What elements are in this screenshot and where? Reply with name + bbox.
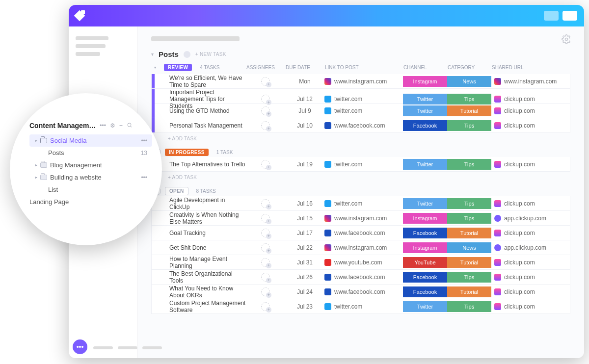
- due-date[interactable]: Jul 22: [285, 244, 324, 251]
- chat-icon[interactable]: •••: [73, 339, 87, 354]
- category-chip[interactable]: Tips: [447, 213, 491, 224]
- channel-chip[interactable]: Instagram: [403, 213, 447, 224]
- channel-chip[interactable]: Twitter: [403, 159, 447, 170]
- task-row[interactable]: Goal Tracking Jul 17 www.facebook.com Fa…: [151, 226, 570, 240]
- column-category[interactable]: CATEGORY: [448, 65, 492, 70]
- sidebar-item[interactable]: ▸ Social Media•••: [29, 134, 152, 147]
- task-title[interactable]: Personal Task Management: [164, 122, 246, 129]
- channel-chip[interactable]: Twitter: [403, 105, 447, 116]
- task-title[interactable]: Creativity is When Nothing Else Matters: [164, 211, 246, 225]
- shared-url[interactable]: clickup.com: [491, 200, 570, 207]
- more-icon[interactable]: •••: [141, 137, 147, 144]
- task-title[interactable]: How to Manage Event Planning: [164, 256, 246, 269]
- sidebar-item[interactable]: ▸ Blog Management: [29, 159, 152, 171]
- space-title[interactable]: Content Managem…: [29, 122, 96, 130]
- link-to-post[interactable]: www.facebook.com: [324, 274, 403, 281]
- sidebar-item[interactable]: ▸ Building a website•••: [29, 171, 152, 183]
- due-date[interactable]: Jul 9: [285, 107, 324, 114]
- link-to-post[interactable]: www.instagram.com: [324, 215, 403, 222]
- add-task-button[interactable]: + ADD TASK: [151, 133, 570, 146]
- shared-url[interactable]: clickup.com: [491, 107, 570, 114]
- category-chip[interactable]: Tutorial: [447, 286, 491, 297]
- status-pill[interactable]: REVIEW: [164, 64, 192, 71]
- shared-url[interactable]: clickup.com: [491, 161, 570, 168]
- assignee-button[interactable]: [246, 273, 285, 282]
- task-title[interactable]: We're so Efficient, We Have Time to Spar…: [164, 75, 246, 88]
- category-chip[interactable]: News: [447, 242, 491, 253]
- due-date[interactable]: Jul 24: [285, 288, 324, 295]
- add-task-button[interactable]: + ADD TASK: [151, 172, 570, 185]
- shared-url[interactable]: clickup.com: [491, 122, 570, 129]
- status-pill[interactable]: OPEN: [165, 187, 188, 195]
- shared-url[interactable]: clickup.com: [491, 96, 570, 103]
- category-chip[interactable]: Tutorial: [447, 105, 491, 116]
- new-task-button[interactable]: + NEW TASK: [195, 52, 226, 57]
- shared-url[interactable]: clickup.com: [491, 303, 570, 310]
- task-title[interactable]: Important Project Management Tips for St…: [164, 89, 246, 109]
- column-shared[interactable]: SHARED URL: [492, 65, 570, 70]
- assignee-button[interactable]: [246, 77, 285, 86]
- due-date[interactable]: Jul 19: [285, 161, 324, 168]
- settings-icon[interactable]: [562, 34, 571, 46]
- assignee-button[interactable]: [246, 214, 285, 223]
- gear-icon[interactable]: ⚙: [110, 122, 115, 130]
- channel-chip[interactable]: YouTube: [403, 257, 447, 268]
- task-row[interactable]: The Top Alternatives to Trello Jul 19 tw…: [151, 157, 570, 172]
- category-chip[interactable]: News: [447, 76, 491, 87]
- link-to-post[interactable]: twitter.com: [324, 161, 403, 168]
- task-row[interactable]: What You Need to Know About OKRs Jul 24 …: [151, 285, 570, 299]
- due-date[interactable]: Jul 10: [285, 122, 324, 129]
- link-to-post[interactable]: www.facebook.com: [324, 288, 403, 295]
- due-date[interactable]: Jul 16: [285, 200, 324, 207]
- shared-url[interactable]: clickup.com: [491, 288, 570, 295]
- due-date[interactable]: Jul 23: [285, 303, 324, 310]
- category-chip[interactable]: Tips: [447, 159, 491, 170]
- assignee-button[interactable]: [246, 302, 285, 311]
- task-row[interactable]: Custom Project Management Software Jul 2…: [151, 299, 570, 314]
- assignee-button[interactable]: [246, 229, 285, 237]
- status-pill[interactable]: IN PROGRESS: [165, 149, 209, 156]
- due-date[interactable]: Jul 17: [285, 230, 324, 236]
- link-to-post[interactable]: www.instagram.com: [324, 78, 403, 85]
- channel-chip[interactable]: Instagram: [403, 76, 447, 87]
- collapse-icon[interactable]: ▾: [151, 52, 154, 57]
- sidebar-item[interactable]: List: [29, 183, 152, 196]
- assignee-button[interactable]: [246, 287, 285, 296]
- shared-url[interactable]: clickup.com: [491, 274, 570, 281]
- search-icon[interactable]: [127, 122, 133, 130]
- shared-url[interactable]: clickup.com: [491, 259, 570, 266]
- column-due[interactable]: DUE DATE: [286, 65, 325, 70]
- task-row[interactable]: Agile Development in ClickUp Jul 16 twit…: [151, 196, 570, 211]
- link-to-post[interactable]: www.facebook.com: [324, 230, 403, 236]
- titlebar-button-2[interactable]: [562, 11, 577, 21]
- column-assignees[interactable]: ASSIGNEES: [246, 65, 286, 70]
- link-to-post[interactable]: twitter.com: [324, 200, 403, 207]
- channel-chip[interactable]: Instagram: [403, 242, 447, 253]
- assignee-button[interactable]: [246, 199, 285, 208]
- shared-url[interactable]: www.instagram.com: [491, 78, 570, 85]
- group-toggle-icon[interactable]: ▾: [151, 63, 159, 71]
- titlebar-button-1[interactable]: [544, 11, 559, 21]
- category-chip[interactable]: Tutorial: [447, 228, 491, 238]
- task-title[interactable]: Get Shit Done: [164, 244, 246, 251]
- link-to-post[interactable]: twitter.com: [324, 107, 403, 114]
- assignee-button[interactable]: [246, 160, 285, 169]
- due-date[interactable]: Mon: [285, 78, 324, 85]
- task-title[interactable]: Goal Tracking: [164, 230, 246, 236]
- more-icon[interactable]: •••: [100, 122, 106, 130]
- channel-chip[interactable]: Twitter: [403, 94, 447, 104]
- shared-url[interactable]: clickup.com: [491, 230, 570, 236]
- link-to-post[interactable]: twitter.com: [324, 96, 403, 103]
- task-row[interactable]: How to Manage Event Planning Jul 31 www.…: [151, 255, 570, 270]
- category-chip[interactable]: Tips: [447, 198, 491, 209]
- assignee-button[interactable]: [246, 121, 285, 130]
- plus-icon[interactable]: +: [119, 122, 123, 130]
- task-title[interactable]: The Best Organizational Tools: [164, 270, 246, 284]
- due-date[interactable]: Jul 26: [285, 274, 324, 281]
- sidebar-item[interactable]: Landing Page: [29, 196, 152, 208]
- link-to-post[interactable]: www.facebook.com: [324, 122, 403, 129]
- category-chip[interactable]: Tips: [447, 94, 491, 104]
- channel-chip[interactable]: Facebook: [403, 272, 447, 283]
- channel-chip[interactable]: Twitter: [403, 301, 447, 312]
- shared-url[interactable]: app.clickup.com: [491, 244, 570, 251]
